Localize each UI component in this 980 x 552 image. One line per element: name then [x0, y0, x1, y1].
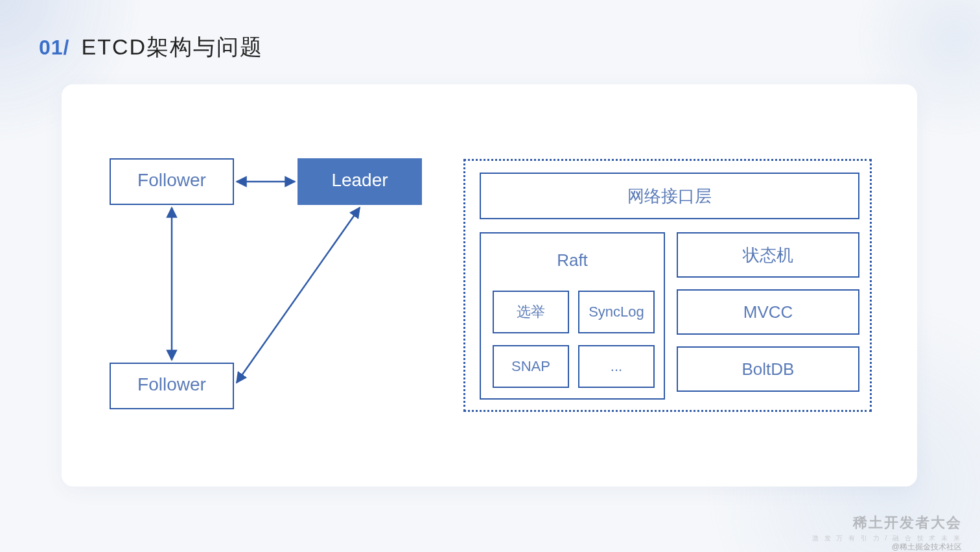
slide-header: 01/ ETCD架构与问题 — [39, 32, 263, 62]
network-layer-label: 网络接口层 — [627, 185, 712, 208]
arrow-leader-follower2 — [237, 208, 360, 383]
content-panel: Follower Leader Follower 网络接口层 Raft 选举 S… — [62, 84, 917, 486]
raft-title: Raft — [481, 250, 664, 270]
section-number: 01/ — [39, 36, 69, 60]
raft-box: Raft 选举 SyncLog SNAP ... — [480, 232, 665, 400]
mvcc-label: MVCC — [743, 302, 793, 322]
section-title: ETCD架构与问题 — [81, 32, 263, 62]
raft-cell: 选举 — [493, 291, 569, 333]
mvcc-box: MVCC — [677, 289, 859, 335]
boltdb-label: BoltDB — [742, 359, 795, 379]
follower-label: Follower — [137, 374, 206, 394]
footer-brand: 稀土开发者大会 激 发 万 有 引 力 / 融 合 技 术 未 来 — [812, 513, 962, 543]
raft-cell-label: SNAP — [511, 358, 550, 375]
state-machine-box: 状态机 — [677, 232, 859, 278]
raft-cell-label: ... — [611, 358, 622, 375]
state-machine-label: 状态机 — [743, 244, 793, 267]
leader-label: Leader — [331, 170, 388, 190]
raft-cell: SNAP — [493, 345, 569, 388]
boltdb-box: BoltDB — [677, 346, 859, 392]
raft-cell-label: SyncLog — [589, 304, 644, 320]
network-layer-box: 网络接口层 — [480, 173, 859, 219]
footer-credit: @稀土掘金技术社区 — [892, 542, 962, 552]
footer-brand-line1: 稀土开发者大会 — [812, 513, 962, 533]
raft-cell: ... — [578, 345, 655, 388]
etcd-internals-container: 网络接口层 Raft 选举 SyncLog SNAP ... 状态机 MVCC — [463, 159, 872, 412]
raft-cell-label: 选举 — [517, 302, 545, 322]
raft-cell: SyncLog — [578, 291, 655, 333]
follower-label: Follower — [137, 170, 206, 190]
